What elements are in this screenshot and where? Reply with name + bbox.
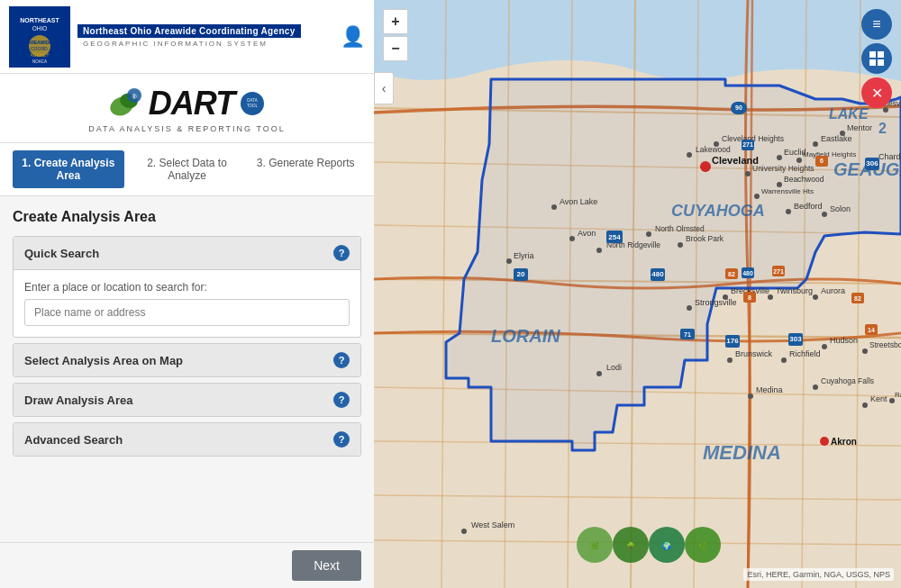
- svg-text:306: 306: [866, 159, 878, 167]
- northeast-ohio-logo: NORTHEAST OHIO AREAWIDE COORD. AGENCY NO…: [9, 6, 70, 68]
- svg-point-83: [748, 394, 753, 399]
- left-panel: NORTHEAST OHIO AREAWIDE COORD. AGENCY NO…: [0, 0, 374, 588]
- bottom-bar: Next: [0, 542, 374, 588]
- select-area-header[interactable]: Select Analysis Area on Map ?: [14, 344, 360, 376]
- svg-text:Elyria: Elyria: [514, 251, 534, 260]
- svg-text:82: 82: [728, 271, 735, 277]
- svg-text:480: 480: [651, 270, 664, 278]
- svg-text:20: 20: [517, 270, 525, 278]
- svg-point-55: [646, 231, 651, 237]
- svg-text:COORD.: COORD.: [31, 46, 49, 51]
- svg-text:Eastlake: Eastlake: [821, 134, 852, 143]
- dart-leaf-icon: ®: [109, 86, 143, 121]
- dart-badge-icon: DATA TOOL: [240, 91, 265, 116]
- select-area-help[interactable]: ?: [333, 352, 350, 368]
- svg-text:176: 176: [726, 337, 739, 345]
- svg-text:🌳: 🌳: [626, 541, 635, 550]
- map-area: Cleveland Euclid Eastlake Mentor Univers…: [374, 0, 901, 588]
- grid-button[interactable]: [861, 43, 892, 74]
- draw-area-header[interactable]: Draw Analysis Area ?: [14, 384, 360, 416]
- svg-rect-152: [878, 59, 884, 66]
- quick-search-help[interactable]: ?: [333, 245, 350, 261]
- collapse-panel-button[interactable]: ‹: [374, 72, 394, 104]
- svg-text:Warrensville Hts: Warrensville Hts: [761, 187, 814, 195]
- svg-text:Kent: Kent: [870, 394, 887, 403]
- svg-text:🌍: 🌍: [662, 541, 671, 550]
- svg-point-87: [862, 403, 868, 408]
- svg-text:480: 480: [742, 270, 753, 276]
- svg-text:AGENCY: AGENCY: [30, 52, 50, 58]
- advanced-search-header[interactable]: Advanced Search ?: [14, 423, 360, 456]
- grid-icon: [869, 50, 885, 67]
- svg-point-51: [786, 209, 791, 214]
- svg-text:Richfield: Richfield: [789, 349, 821, 358]
- gis-subtitle: Geographic Information System: [77, 38, 301, 50]
- advanced-search-accordion: Advanced Search ?: [13, 422, 361, 457]
- svg-text:West Salem: West Salem: [471, 520, 514, 529]
- svg-point-85: [813, 384, 818, 390]
- svg-text:6: 6: [820, 158, 824, 164]
- svg-text:🌿: 🌿: [590, 541, 599, 550]
- svg-point-107: [796, 158, 802, 163]
- svg-text:Avon: Avon: [578, 229, 596, 238]
- step-3[interactable]: 3. Generate Reports: [250, 150, 361, 188]
- svg-text:271: 271: [773, 268, 784, 275]
- svg-text:Medina: Medina: [756, 385, 783, 394]
- svg-text:North Olmsted: North Olmsted: [655, 224, 705, 233]
- quick-search-body: Enter a place or location to search for:: [14, 269, 360, 337]
- quick-search-title: Quick Search: [24, 247, 99, 260]
- map-controls: + −: [383, 9, 408, 61]
- svg-text:Ravenna: Ravenna: [895, 391, 901, 399]
- svg-text:Avon Lake: Avon Lake: [560, 197, 597, 206]
- svg-point-59: [678, 242, 683, 248]
- svg-point-91: [820, 437, 829, 446]
- svg-text:90: 90: [735, 104, 742, 111]
- svg-point-77: [781, 357, 787, 363]
- search-input[interactable]: [24, 299, 350, 326]
- svg-point-35: [777, 155, 782, 160]
- advanced-search-help[interactable]: ?: [333, 431, 350, 448]
- menu-button[interactable]: ≡: [861, 9, 892, 40]
- zoom-out-button[interactable]: −: [383, 36, 408, 61]
- svg-point-63: [569, 236, 575, 241]
- svg-text:14: 14: [868, 327, 875, 333]
- step-1[interactable]: 1. Create Analysis Area: [13, 150, 124, 188]
- step-nav: 1. Create Analysis Area 2. Select Data t…: [0, 143, 374, 196]
- svg-point-69: [723, 294, 728, 300]
- dart-logo-inner: ® DART DATA TOOL Data Analysis & Reporti…: [88, 85, 286, 133]
- draw-area-help[interactable]: ?: [333, 392, 350, 408]
- next-button[interactable]: Next: [292, 550, 361, 581]
- svg-point-37: [813, 141, 818, 147]
- user-icon[interactable]: 👤: [341, 25, 365, 49]
- svg-point-67: [687, 305, 692, 311]
- agency-title-block: Northeast Ohio Areawide Coordinating Age…: [77, 24, 301, 50]
- advanced-search-title: Advanced Search: [24, 433, 123, 447]
- map-watermark: Esri, HERE, Garmin, NGA, USGS, NPS: [743, 568, 894, 581]
- zoom-in-button[interactable]: +: [383, 9, 408, 34]
- draw-area-title: Draw Analysis Area: [24, 394, 132, 407]
- svg-text:LAKE: LAKE: [829, 106, 869, 122]
- quick-search-header[interactable]: Quick Search ?: [14, 237, 360, 269]
- dart-logo-text: ® DART DATA TOOL: [109, 85, 265, 122]
- svg-text:NOACA: NOACA: [32, 59, 47, 64]
- svg-point-53: [822, 212, 827, 217]
- svg-text:TOOL: TOOL: [247, 104, 259, 108]
- svg-text:Beachwood: Beachwood: [784, 175, 824, 184]
- svg-text:82: 82: [854, 295, 861, 302]
- svg-point-45: [754, 194, 760, 199]
- svg-text:CUYAHOGA: CUYAHOGA: [671, 202, 765, 220]
- main-content: Create Analysis Area Quick Search ? Ente…: [0, 196, 374, 542]
- select-area-title: Select Analysis Area on Map: [24, 354, 183, 367]
- svg-point-79: [822, 344, 827, 349]
- svg-text:Lakewood: Lakewood: [696, 145, 731, 154]
- quick-search-accordion: Quick Search ? Enter a place or location…: [13, 236, 361, 338]
- svg-text:71: 71: [684, 331, 691, 338]
- close-button[interactable]: ✕: [861, 77, 892, 108]
- step-2[interactable]: 2. Select Data to Analyze: [132, 150, 243, 188]
- agency-name: Northeast Ohio Areawide Coordinating Age…: [77, 24, 301, 38]
- svg-text:Chardon: Chardon: [878, 152, 901, 161]
- svg-text:LORAIN: LORAIN: [491, 326, 560, 346]
- top-right-buttons: ≡ ✕: [861, 9, 892, 108]
- svg-text:Akron: Akron: [831, 437, 857, 447]
- select-area-accordion: Select Analysis Area on Map ?: [13, 343, 361, 377]
